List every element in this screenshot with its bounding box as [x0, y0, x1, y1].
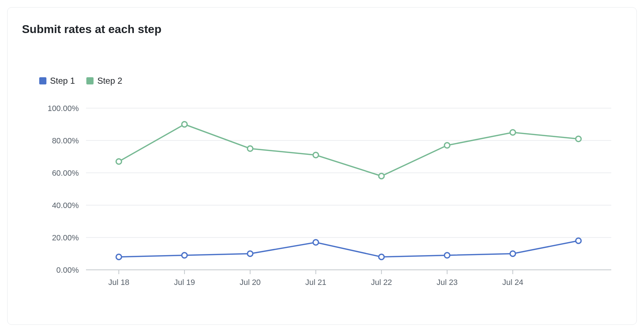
legend-label-step-2: Step 2 [97, 76, 122, 86]
data-point [313, 240, 318, 245]
x-tick-label: Jul 23 [436, 278, 458, 287]
series-line-step-1 [119, 241, 579, 257]
data-point [444, 143, 450, 148]
y-tick-label: 40.00% [52, 201, 79, 210]
chart-title: Submit rates at each step [22, 23, 162, 36]
legend-swatch-step-1 [39, 77, 46, 84]
y-tick-label: 100.00% [47, 104, 79, 113]
data-point [116, 254, 122, 260]
x-tick-label: Jul 22 [371, 278, 392, 287]
legend-label-step-1: Step 1 [50, 76, 75, 86]
data-point [182, 253, 187, 258]
legend-item-step-1: Step 1 [39, 76, 75, 86]
data-point [444, 253, 450, 258]
x-tick-label: Jul 21 [305, 278, 326, 287]
chart-svg: 0.00%20.00%40.00%60.00%80.00%100.00%Jul … [39, 101, 615, 302]
x-tick-label: Jul 19 [174, 278, 195, 287]
data-point [116, 159, 122, 164]
data-point [182, 122, 187, 127]
y-tick-label: 80.00% [52, 136, 79, 145]
legend-swatch-step-2 [86, 77, 94, 84]
data-point [248, 251, 253, 257]
x-tick-label: Jul 24 [502, 278, 523, 287]
data-point [510, 251, 516, 257]
data-point [313, 152, 318, 158]
data-point [379, 174, 384, 179]
data-point [379, 254, 384, 260]
chart-plot-area: 0.00%20.00%40.00%60.00%80.00%100.00%Jul … [39, 101, 615, 302]
data-point [576, 136, 581, 142]
y-tick-label: 0.00% [56, 266, 79, 275]
y-tick-label: 60.00% [52, 169, 79, 177]
y-tick-label: 20.00% [52, 233, 79, 242]
chart-card: Submit rates at each step Step 1 Step 2 … [7, 7, 637, 325]
data-point [576, 238, 581, 244]
data-point [248, 146, 253, 151]
x-tick-label: Jul 20 [240, 278, 261, 287]
x-tick-label: Jul 18 [108, 278, 130, 287]
chart-legend: Step 1 Step 2 [39, 76, 122, 86]
data-point [510, 130, 516, 135]
legend-item-step-2: Step 2 [86, 76, 122, 86]
